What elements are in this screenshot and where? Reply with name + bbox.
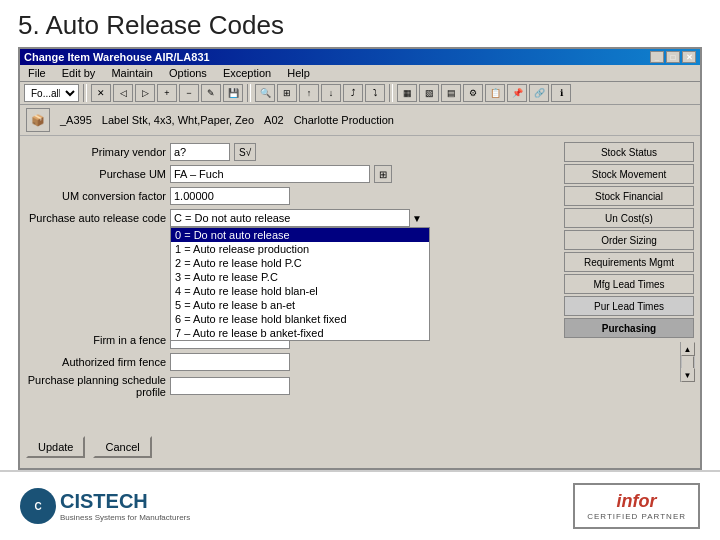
page: 5. Auto Release Codes Change Item Wareho… [0, 0, 720, 540]
authorized-firm-input[interactable] [170, 353, 290, 371]
toolbar-btn-8[interactable]: 🔍 [255, 84, 275, 102]
toolbar-btn-15[interactable]: ▧ [419, 84, 439, 102]
cistech-logo: C CISTECH Business Systems for Manufactu… [20, 488, 190, 524]
infor-name: infor [617, 491, 657, 512]
menu-edit-by[interactable]: Edit by [58, 66, 100, 80]
primary-vendor-search-button[interactable]: S√ [234, 143, 256, 161]
toolbar-btn-12[interactable]: ⤴ [343, 84, 363, 102]
page-title-area: 5. Auto Release Codes [0, 0, 720, 47]
authorized-firm-label: Authorized firm fence [26, 356, 166, 368]
toolbar-btn-20[interactable]: 🔗 [529, 84, 549, 102]
um-conversion-input[interactable] [170, 187, 290, 205]
purchase-auto-input[interactable] [170, 209, 410, 227]
toolbar-btn-4[interactable]: + [157, 84, 177, 102]
purchase-auto-row: Purchase auto release code ▼ 0 = Do not … [26, 208, 558, 228]
dropdown-item-0[interactable]: 0 = Do not auto release [171, 228, 429, 242]
toolbar-sep-1 [83, 84, 87, 102]
certified-text: CERTIFIED PARTNER [587, 512, 686, 521]
menubar: File Edit by Maintain Options Exception … [20, 65, 700, 82]
toolbar-btn-16[interactable]: ▤ [441, 84, 461, 102]
maximize-button[interactable]: □ [666, 51, 680, 63]
form-left: Primary vendor S√ Purchase UM ⊞ UM conve… [26, 142, 558, 462]
toolbar-btn-2[interactable]: ◁ [113, 84, 133, 102]
scroll-track [681, 356, 695, 368]
firm-in-fence-label: Firm in a fence [26, 334, 166, 346]
toolbar-btn-13[interactable]: ⤵ [365, 84, 385, 102]
dropdown-item-5[interactable]: 5 = Auto re lease b an-et [171, 298, 429, 312]
right-panel: Stock Status Stock Movement Stock Financ… [564, 142, 694, 462]
toolbar-btn-1[interactable]: ✕ [91, 84, 111, 102]
primary-vendor-input[interactable] [170, 143, 230, 161]
cistech-logo-area: C CISTECH Business Systems for Manufactu… [20, 488, 190, 524]
dropdown-item-3[interactable]: 3 = Auto re lease P.C [171, 270, 429, 284]
purchase-um-row: Purchase UM ⊞ [26, 164, 558, 184]
unit-cost-button[interactable]: Un Cost(s) [564, 208, 694, 228]
toolbar-btn-11[interactable]: ↓ [321, 84, 341, 102]
purchase-um-grid-button[interactable]: ⊞ [374, 165, 392, 183]
toolbar-btn-7[interactable]: 💾 [223, 84, 243, 102]
window-title: Change Item Warehouse AIR/LA831 [24, 51, 210, 63]
pur-lead-times-button[interactable]: Pur Lead Times [564, 296, 694, 316]
toolbar-btn-10[interactable]: ↑ [299, 84, 319, 102]
infor-logo-area: infor CERTIFIED PARTNER [573, 483, 700, 529]
toolbar-dropdown[interactable]: Fo...all [24, 84, 79, 102]
dropdown-item-4[interactable]: 4 = Auto re lease hold blan-el [171, 284, 429, 298]
cistech-icon: C [20, 488, 56, 524]
purchase-um-label: Purchase UM [26, 168, 166, 180]
info-bar: 📦 _A395 Label Stk, 4x3, Wht,Paper, Zeo A… [20, 105, 700, 136]
toolbar-sep-3 [389, 84, 393, 102]
cistech-name: CISTECH [60, 490, 190, 513]
close-button[interactable]: ✕ [682, 51, 696, 63]
menu-options[interactable]: Options [165, 66, 211, 80]
scroll-up-button[interactable]: ▲ [681, 342, 695, 356]
toolbar-btn-21[interactable]: ℹ [551, 84, 571, 102]
purchasing-button[interactable]: Purchasing [564, 318, 694, 338]
toolbar-sep-2 [247, 84, 251, 102]
menu-maintain[interactable]: Maintain [107, 66, 157, 80]
cistech-subtitle: Business Systems for Manufacturers [60, 513, 190, 522]
toolbar-btn-14[interactable]: ▦ [397, 84, 417, 102]
purchase-auto-arrow[interactable]: ▼ [412, 213, 422, 224]
item-code: _A395 [60, 114, 92, 126]
purchase-auto-dropdown-container: ▼ 0 = Do not auto release 1 = Auto relea… [170, 209, 422, 227]
stock-financial-button[interactable]: Stock Financial [564, 186, 694, 206]
right-scrollbar[interactable]: ▲ ▼ [680, 342, 694, 382]
main-content: Change Item Warehouse AIR/LA831 _ □ ✕ Fi… [0, 47, 720, 470]
toolbar-btn-6[interactable]: ✎ [201, 84, 221, 102]
purchase-planning-input[interactable] [170, 377, 290, 395]
menu-exception[interactable]: Exception [219, 66, 275, 80]
menu-help[interactable]: Help [283, 66, 314, 80]
dropdown-item-1[interactable]: 1 = Auto release production [171, 242, 429, 256]
toolbar-btn-18[interactable]: 📋 [485, 84, 505, 102]
footer: C CISTECH Business Systems for Manufactu… [0, 470, 720, 540]
scroll-down-button[interactable]: ▼ [681, 368, 695, 382]
order-sizing-button[interactable]: Order Sizing [564, 230, 694, 250]
item-description: Label Stk, 4x3, Wht,Paper, Zeo [102, 114, 254, 126]
toolbar-btn-5[interactable]: − [179, 84, 199, 102]
toolbar-btn-19[interactable]: 📌 [507, 84, 527, 102]
menu-file[interactable]: File [24, 66, 50, 80]
mfg-lead-times-button[interactable]: Mfg Lead Times [564, 274, 694, 294]
cancel-button[interactable]: Cancel [93, 436, 151, 458]
action-buttons: Update Cancel [26, 432, 558, 462]
toolbar-btn-3[interactable]: ▷ [135, 84, 155, 102]
dropdown-item-6[interactable]: 6 = Auto re lease hold blanket fixed [171, 312, 429, 326]
scrollbar-area: ▲ ▼ [564, 342, 694, 382]
primary-vendor-label: Primary vendor [26, 146, 166, 158]
requirements-mgmt-button[interactable]: Requirements Mgmt [564, 252, 694, 272]
page-title: 5. Auto Release Codes [18, 10, 702, 41]
toolbar-btn-17[interactable]: ⚙ [463, 84, 483, 102]
cistech-text-area: CISTECH Business Systems for Manufacture… [60, 490, 190, 522]
purchase-auto-dropdown-list: 0 = Do not auto release 1 = Auto release… [170, 227, 430, 341]
minimize-button[interactable]: _ [650, 51, 664, 63]
purchase-um-input[interactable] [170, 165, 370, 183]
dropdown-item-7[interactable]: 7 – Auto re lease b anket-fixed [171, 326, 429, 340]
stock-movement-button[interactable]: Stock Movement [564, 164, 694, 184]
stock-status-button[interactable]: Stock Status [564, 142, 694, 162]
update-button[interactable]: Update [26, 436, 85, 458]
form-area: Primary vendor S√ Purchase UM ⊞ UM conve… [20, 136, 700, 468]
dropdown-item-2[interactable]: 2 = Auto re lease hold P.C [171, 256, 429, 270]
primary-vendor-row: Primary vendor S√ [26, 142, 558, 162]
window-controls: _ □ ✕ [650, 51, 696, 63]
toolbar-btn-9[interactable]: ⊞ [277, 84, 297, 102]
